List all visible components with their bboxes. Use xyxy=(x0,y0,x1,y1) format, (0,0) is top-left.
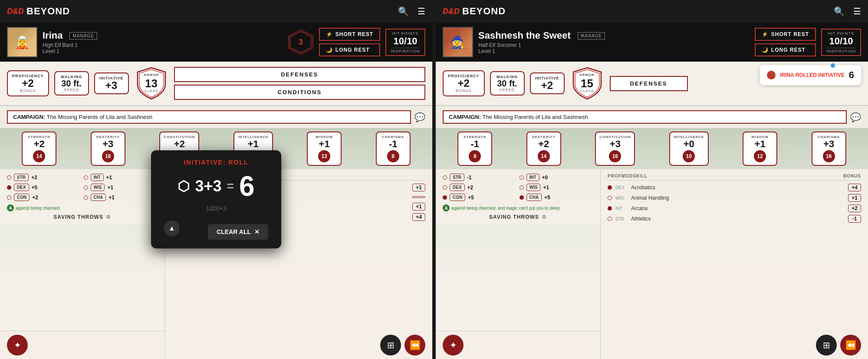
left-proficiency-box: PROFICIENCY +2 BONUS xyxy=(7,70,49,96)
left-scroll-up-button[interactable]: ▲ xyxy=(164,221,180,236)
right-char-avatar: 🧙 xyxy=(443,27,473,57)
right-logo-dnd: D&D xyxy=(443,7,460,15)
save-dot-1 xyxy=(519,175,524,180)
skill-row-3: STR Athletics -1 xyxy=(608,214,861,224)
right-saves-title-text: SAVING THROWS xyxy=(489,214,539,220)
right-header-icons: 🔍 ☰ xyxy=(834,6,861,16)
right-armor-content: ARMOR 15 CLASS xyxy=(579,73,595,93)
left-inspiration-label: INSPIRATION xyxy=(391,48,420,53)
left-char-info: Irina MANAGE High Elf Bard 1 Level 1 xyxy=(43,30,283,54)
left-logo-beyond: BEYOND xyxy=(26,6,70,17)
left-manage-button[interactable]: MANAGE xyxy=(69,32,97,40)
skill-name-2: Arcana xyxy=(631,205,845,211)
ability-card-4[interactable]: WISDOM +1 12 xyxy=(743,132,777,166)
left-saves-settings-icon[interactable]: ⚙ xyxy=(106,214,111,220)
save-item-0: STR -1 xyxy=(443,174,517,181)
left-initiative-subtext: 1d20+3 xyxy=(164,205,268,212)
skill-bonus-1 xyxy=(412,196,425,198)
right-saves-grid: STR -1 INT +0 DEX +2 WIS +1 CON +5 CHA +… xyxy=(443,174,593,201)
right-search-icon[interactable]: 🔍 xyxy=(834,6,845,16)
save-abbr-0: STR xyxy=(14,174,29,181)
ability-score-0: 8 xyxy=(469,150,481,162)
save-item-3: WIS +1 xyxy=(84,184,158,191)
ability-mod-5: +3 xyxy=(816,139,842,149)
left-long-rest-button[interactable]: 🌙 LONG REST xyxy=(319,43,380,56)
right-speed-sublabel: SPEED xyxy=(495,88,519,92)
ability-card-3[interactable]: INTELLIGENCE +0 10 xyxy=(669,132,709,166)
right-manage-button[interactable]: MANAGE xyxy=(578,32,605,40)
save-val-1: +0 xyxy=(542,175,548,181)
left-proficiency-sublabel: BONUS xyxy=(12,89,44,93)
left-initiative-formula: ⬡ 3+3 = 6 xyxy=(164,170,268,202)
left-short-rest-button[interactable]: ⚡ SHORT REST xyxy=(319,28,380,41)
right-logo: D&D BEYOND xyxy=(443,6,506,17)
ability-card-5[interactable]: CHARISMA -1 8 xyxy=(376,132,411,166)
skill-bonus-2: +1 xyxy=(412,203,425,211)
left-saves-section: STR +2 INT +1 DEX +5 WIS +1 CON +2 CHA +… xyxy=(0,169,164,224)
skill-bonus-2: +2 xyxy=(848,204,861,212)
right-hp-label: HIT POINTS xyxy=(826,31,856,36)
left-speed-box: WALKING 30 ft. SPEED xyxy=(54,71,89,96)
ability-card-1[interactable]: DEXTERITY +2 14 xyxy=(526,132,561,166)
left-initiative-value: +3 xyxy=(99,80,124,91)
left-campaign-name: The Missing Parents of Lila and Sashnesh xyxy=(47,114,153,120)
right-char-level: Level 1 xyxy=(478,48,750,54)
left-initiative-die-icon: ⬡ xyxy=(178,178,190,194)
left-clear-x-icon: ✕ xyxy=(254,228,260,235)
left-conditions-button[interactable]: CONDITIONS xyxy=(174,85,425,100)
ability-card-1[interactable]: DEXTERITY +3 16 xyxy=(91,132,125,166)
right-chat-icon[interactable]: 💬 xyxy=(850,112,861,122)
left-initiative-popup: INITIATIVE: ROLL ⬡ 3+3 = 6 1d20+3 ▲ CLEA… xyxy=(151,150,281,248)
right-content-wrapper: CAMPAIGN: The Missing Parents of Lila an… xyxy=(436,106,868,359)
left-menu-icon[interactable]: ☰ xyxy=(418,6,425,16)
save-dot-3 xyxy=(84,185,88,190)
right-long-rest-button[interactable]: 🌙 LONG REST xyxy=(755,43,816,56)
left-dice[interactable]: 3 xyxy=(288,29,314,55)
left-saves-title-text: SAVING THROWS xyxy=(53,214,103,220)
ability-mod-3: +1 xyxy=(238,139,269,149)
left-long-rest-label: LONG REST xyxy=(335,47,370,53)
save-val-3: +1 xyxy=(543,184,549,191)
right-saves-settings-icon[interactable]: ⚙ xyxy=(542,214,547,220)
panels-wrapper: D&D BEYOND 🔍 ☰ 🧝 Irina MANAGE High Elf B… xyxy=(0,0,868,359)
left-defenses-button[interactable]: DEFENSES xyxy=(174,67,425,82)
save-dot-3 xyxy=(519,185,524,190)
right-defenses-button[interactable]: DEFENSES xyxy=(610,76,688,91)
left-chat-icon[interactable]: 💬 xyxy=(414,112,425,122)
ability-card-0[interactable]: STRENGTH -1 8 xyxy=(457,132,492,166)
left-clear-button[interactable]: CLEAR ALL ✕ xyxy=(208,224,268,240)
left-logo-dnd: D&D xyxy=(7,7,24,15)
right-skills-col-mod: MOD xyxy=(621,174,633,178)
left-fey-text: against being charmed xyxy=(16,206,59,211)
ability-card-4[interactable]: WISDOM +1 13 xyxy=(307,132,342,166)
ability-card-5[interactable]: CHARISMA +3 16 xyxy=(812,132,846,166)
ability-card-0[interactable]: STRENGTH +2 14 xyxy=(22,132,56,166)
save-dot-2 xyxy=(443,185,447,190)
right-initiative-notification: IRINA ROLLED INITIATIVE 6 xyxy=(760,65,861,85)
right-fey-text: against being charmed, and magic can't p… xyxy=(451,206,560,211)
ability-score-0: 14 xyxy=(33,150,45,162)
save-item-4: CON +2 xyxy=(7,194,81,201)
left-armor-box: ARMOR 13 CLASS xyxy=(134,66,169,101)
ability-card-2[interactable]: CONSTITUTION +3 16 xyxy=(595,132,635,166)
right-long-rest-icon: 🌙 xyxy=(762,47,769,53)
save-abbr-3: WIS xyxy=(91,184,105,191)
left-header: D&D BEYOND 🔍 ☰ xyxy=(0,0,432,23)
left-campaign-bar: CAMPAIGN: The Missing Parents of Lila an… xyxy=(0,106,432,128)
left-search-icon[interactable]: 🔍 xyxy=(398,6,409,16)
left-campaign-label: CAMPAIGN: xyxy=(13,114,45,120)
left-char-level: Level 1 xyxy=(43,48,283,54)
left-armor-number: 13 xyxy=(144,77,159,90)
ability-mod-2: +3 xyxy=(599,139,631,149)
ability-score-2: 16 xyxy=(609,150,621,162)
save-abbr-2: DEX xyxy=(450,184,465,191)
right-menu-icon[interactable]: ☰ xyxy=(853,6,861,16)
right-fey-icon: A xyxy=(443,204,450,211)
save-dot-5 xyxy=(84,195,88,200)
right-short-rest-button[interactable]: ⚡ SHORT REST xyxy=(755,28,816,41)
right-campaign-name: The Missing Parents of Lila and Sashnesh xyxy=(483,114,589,120)
svg-text:3: 3 xyxy=(299,38,303,46)
left-hp-value: 10/10 xyxy=(391,36,420,47)
right-char-race-class: Half-Elf Sorcerer 1 xyxy=(478,42,750,48)
left-initiative-roll-text: ROLL xyxy=(228,159,248,166)
